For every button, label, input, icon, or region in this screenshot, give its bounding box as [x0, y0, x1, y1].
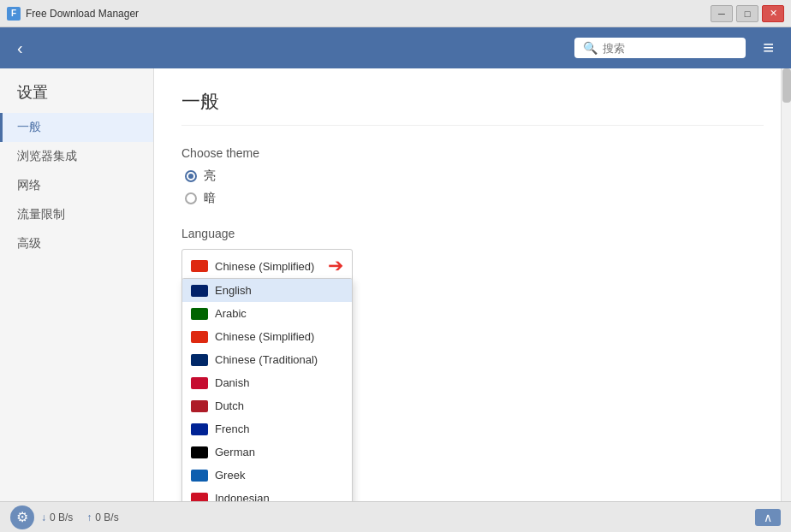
dropdown-item-french[interactable]: French	[182, 417, 352, 440]
flag-english-icon	[191, 285, 208, 297]
language-section: Language Chinese (Simplified) ➔ English …	[181, 227, 764, 283]
radio-dark[interactable]	[185, 192, 197, 204]
minimize-button[interactable]: ─	[711, 5, 733, 22]
theme-dark-label: 暗	[204, 191, 216, 206]
status-bar: ⚙ ↓ 0 B/s ↑ 0 B/s ∧	[0, 501, 791, 532]
flag-greek-icon	[191, 470, 208, 482]
dropdown-item-french-label: French	[215, 423, 249, 435]
sidebar-title: 设置	[0, 82, 153, 113]
sidebar-item-general[interactable]: 一般	[0, 113, 153, 142]
sidebar-item-network[interactable]: 网络	[0, 171, 153, 200]
dropdown-item-chinese-s[interactable]: Chinese (Simplified)	[182, 325, 352, 348]
dropdown-item-indonesian-label: Indonesian	[215, 492, 270, 501]
dropdown-item-greek[interactable]: Greek	[182, 464, 352, 487]
dropdown-item-danish-label: Danish	[215, 376, 249, 389]
dropdown-item-german[interactable]: German	[182, 440, 352, 464]
language-dropdown-list[interactable]: English Arabic Chinese (Simplified) Chin…	[181, 278, 353, 501]
dropdown-item-chinese-s-label: Chinese (Simplified)	[215, 330, 314, 343]
theme-light-option[interactable]: 亮	[185, 168, 764, 184]
dropdown-item-english-label: English	[215, 284, 252, 297]
theme-section: Choose theme 亮 暗	[181, 146, 764, 206]
flag-danish-icon	[191, 377, 208, 389]
content-scrollbar[interactable]	[781, 68, 791, 501]
close-button[interactable]: ✕	[762, 5, 784, 22]
main-layout: 设置 一般 浏览器集成 网络 流量限制 高级 一般 Choose theme 亮	[0, 68, 791, 501]
download-arrow-icon: ↓	[41, 511, 46, 523]
toolbar: ‹ 🔍 ≡	[0, 27, 791, 68]
theme-label: Choose theme	[181, 146, 764, 160]
flag-german-icon	[191, 446, 208, 458]
sidebar-item-browser[interactable]: 浏览器集成	[0, 142, 153, 171]
app-icon: F	[7, 7, 21, 21]
flag-dutch-icon	[191, 400, 208, 412]
page-title: 一般	[181, 89, 764, 126]
back-button[interactable]: ‹	[10, 35, 30, 62]
dropdown-item-german-label: German	[215, 446, 255, 458]
arrow-annotation: ➔	[328, 255, 343, 277]
language-selected-text: Chinese (Simplified)	[215, 260, 314, 273]
dropdown-item-chinese-t-label: Chinese (Traditional)	[215, 353, 318, 366]
menu-button[interactable]: ≡	[756, 33, 781, 62]
upload-speed: ↑ 0 B/s	[86, 511, 118, 523]
window-title: Free Download Manager	[26, 8, 711, 20]
dropdown-item-dutch[interactable]: Dutch	[182, 394, 352, 417]
theme-dark-option[interactable]: 暗	[185, 191, 764, 206]
window-controls: ─ □ ✕	[711, 5, 784, 22]
search-box: 🔍	[574, 38, 746, 58]
expand-button[interactable]: ∧	[755, 509, 781, 526]
dropdown-item-indonesian[interactable]: Indonesian	[182, 487, 352, 501]
sidebar-item-advanced[interactable]: 高级	[0, 229, 153, 258]
flag-french-icon	[191, 423, 208, 435]
search-icon: 🔍	[583, 41, 598, 55]
content-area: 一般 Choose theme 亮 暗 Language Chinese	[154, 68, 791, 501]
maximize-button[interactable]: □	[736, 5, 758, 22]
radio-light[interactable]	[185, 170, 197, 182]
dropdown-item-dutch-label: Dutch	[215, 399, 244, 412]
flag-indonesian-icon	[191, 493, 208, 502]
title-bar: F Free Download Manager ─ □ ✕	[0, 0, 791, 27]
speed-indicators: ↓ 0 B/s ↑ 0 B/s	[41, 511, 119, 523]
dropdown-item-greek-label: Greek	[215, 469, 245, 482]
search-input[interactable]	[603, 42, 740, 55]
scrollbar-thumb[interactable]	[782, 68, 791, 103]
sidebar: 设置 一般 浏览器集成 网络 流量限制 高级	[0, 68, 154, 501]
upload-speed-value: 0 B/s	[95, 511, 118, 523]
flag-chinese-s-icon	[191, 331, 208, 343]
dropdown-item-chinese-t[interactable]: Chinese (Traditional)	[182, 348, 352, 371]
status-icon: ⚙	[10, 505, 34, 529]
dropdown-item-arabic[interactable]: Arabic	[182, 302, 352, 325]
upload-arrow-icon: ↑	[86, 511, 92, 523]
selected-flag-icon	[191, 260, 208, 272]
dropdown-item-english[interactable]: English	[182, 279, 352, 302]
dropdown-item-arabic-label: Arabic	[215, 307, 247, 320]
flag-arabic-icon	[191, 308, 208, 320]
theme-light-label: 亮	[204, 168, 216, 184]
language-label: Language	[181, 227, 764, 240]
theme-radio-group: 亮 暗	[185, 168, 764, 206]
flag-chinese-t-icon	[191, 354, 208, 366]
download-speed: ↓ 0 B/s	[41, 511, 73, 523]
download-speed-value: 0 B/s	[50, 511, 73, 523]
dropdown-item-danish[interactable]: Danish	[182, 371, 352, 394]
sidebar-item-traffic[interactable]: 流量限制	[0, 200, 153, 229]
